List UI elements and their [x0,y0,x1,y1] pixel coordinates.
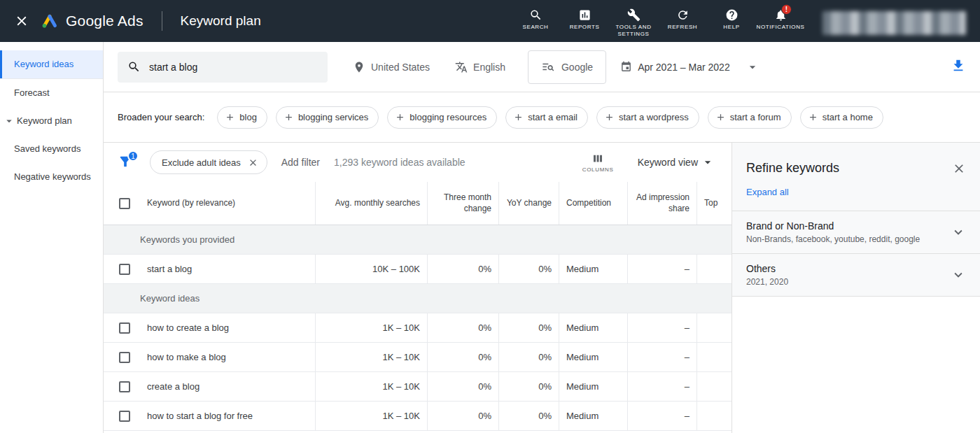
broaden-chip-start-a-email[interactable]: start a email [505,106,588,129]
close-icon[interactable] [14,13,29,29]
download-icon [951,58,966,73]
sidebar-item-negative-keywords[interactable]: Negative keywords [0,163,103,191]
expand-all-link[interactable]: Expand all [746,187,789,197]
broaden-label: Broaden your search: [118,112,204,122]
topnav-label: NOTIFICATIONS [757,24,805,31]
keyword-search-input[interactable] [149,62,318,73]
page-title: Keyword plan [181,13,261,29]
sidebar-item-keyword-ideas[interactable]: Keyword ideas [0,50,103,78]
refine-section-others[interactable]: Others 2021, 2020 [732,253,980,296]
ad-share-cell: – [627,372,696,401]
google-ads-logo-icon [41,12,59,30]
competition-cell: Medium [559,255,627,283]
filter-count-badge: 1 [127,150,139,162]
row-checkbox[interactable] [119,411,130,422]
three-month-cell: 0% [427,255,498,283]
table-row: how to create a blog 1K – 10K 0% 0% Medi… [104,313,732,343]
broaden-chip-blog[interactable]: blog [217,106,267,129]
main-area: United States English Google Apr 2021 – … [104,42,980,433]
date-range-selector[interactable]: Apr 2021 – Mar 2022 [620,60,760,74]
plus-icon [715,112,726,122]
row-checkbox[interactable] [119,352,130,363]
exclude-adult-ideas-chip[interactable]: Exclude adult ideas [150,150,267,174]
chip-label: start a wordpress [619,112,689,122]
header-yoy-change[interactable]: YoY change [498,182,559,225]
plus-icon [513,112,524,122]
ad-share-cell: – [627,255,696,283]
top-bid-cell [696,313,732,342]
select-all-checkbox[interactable] [119,198,130,209]
row-checkbox[interactable] [119,381,130,392]
keyword-cell: how to start a blog for free [140,402,315,430]
row-checkbox[interactable] [119,322,130,334]
topnav-notifications[interactable]: ! NOTIFICATIONS [758,4,803,31]
topnav-label: HELP [723,24,739,31]
competition-cell: Medium [559,402,627,430]
keyword-cell: how to create a blog [140,313,315,342]
network-selector[interactable]: Google [528,50,606,84]
topnav-reports[interactable]: REPORTS [562,4,607,31]
topnav-search[interactable]: SEARCH [513,4,558,31]
header-top-of-page[interactable]: Top [696,182,732,225]
keyword-view-selector[interactable]: Keyword view [638,155,715,169]
top-bid-cell [696,343,732,371]
panel-close-icon[interactable] [952,162,966,176]
keyword-search-box[interactable] [118,52,328,83]
topnav-refresh[interactable]: REFRESH [660,4,705,31]
broaden-chip-blogging-resources[interactable]: blogging resources [387,106,497,129]
plus-icon [604,112,615,122]
header-avg-monthly-searches[interactable]: Avg. monthly searches [315,182,427,225]
columns-button[interactable]: COLUMNS [582,152,614,173]
broaden-chip-start-a-wordpress[interactable]: start a wordpress [596,106,699,129]
keyword-ideas-count: 1,293 keyword ideas available [334,157,465,168]
chip-label: start a email [528,112,578,122]
chip-label: blog [239,112,257,122]
download-button[interactable] [951,58,966,76]
add-filter-button[interactable]: Add filter [281,157,320,168]
topnav-tools-settings[interactable]: TOOLS AND SETTINGS [611,4,656,38]
chevron-down-icon [951,267,966,283]
sidebar-item-forecast[interactable]: Forecast [0,79,103,107]
header-competition[interactable]: Competition [559,182,627,225]
sidebar-item-keyword-plan[interactable]: Keyword plan [0,107,103,135]
header-keyword[interactable]: Keyword (by relevance) [140,182,315,225]
top-bid-cell [696,255,732,283]
chip-label: blogging resources [410,112,486,122]
sidebar: Keyword ideas Forecast Keyword plan Save… [0,42,104,433]
toolbar: United States English Google Apr 2021 – … [104,42,980,92]
yoy-cell: 0% [498,343,559,371]
filter-button[interactable]: 1 [118,154,136,171]
header-three-month-change[interactable]: Three month change [427,182,498,225]
top-bid-cell [696,402,732,430]
searches-cell: 1K – 10K [315,402,427,430]
notification-badge: ! [781,4,792,15]
topnav-help[interactable]: HELP [709,4,754,31]
broaden-chip-start-a-forum[interactable]: start a forum [708,106,792,129]
keyword-cell: how to make a blog [140,343,315,371]
plus-icon [284,112,294,122]
language-selector[interactable]: English [455,61,505,73]
expand-arrow-icon [3,115,15,127]
chevron-down-icon [951,225,966,240]
competition-cell: Medium [559,372,627,401]
topnav-label: REFRESH [668,24,697,31]
sidebar-item-saved-keywords[interactable]: Saved keywords [0,135,103,163]
refine-panel-header: Refine keywords Expand all [732,143,980,211]
table-row: how to make a blog 1K – 10K 0% 0% Medium… [104,343,732,372]
refresh-icon [676,8,690,22]
location-selector[interactable]: United States [353,61,430,73]
sidebar-item-label: Saved keywords [14,143,80,155]
ad-share-cell: – [627,402,696,430]
row-checkbox[interactable] [119,264,130,275]
header-ad-impression-share[interactable]: Ad impression share [627,182,696,225]
topbar-left: Google Ads Keyword plan [14,11,261,31]
refine-panel-title: Refine keywords [746,161,839,176]
refine-section-brand[interactable]: Brand or Non-Brand Non-Brands, facebook,… [732,211,980,253]
broaden-chip-blogging-services[interactable]: blogging services [276,106,379,129]
broaden-chip-start-a-home[interactable]: start a home [800,106,883,129]
topnav-label: REPORTS [570,24,600,31]
keyword-table: Keyword (by relevance) Avg. monthly sear… [104,182,732,433]
remove-icon[interactable] [248,157,258,168]
topnav-label: TOOLS AND SETTINGS [611,24,656,38]
reports-icon [578,8,592,22]
